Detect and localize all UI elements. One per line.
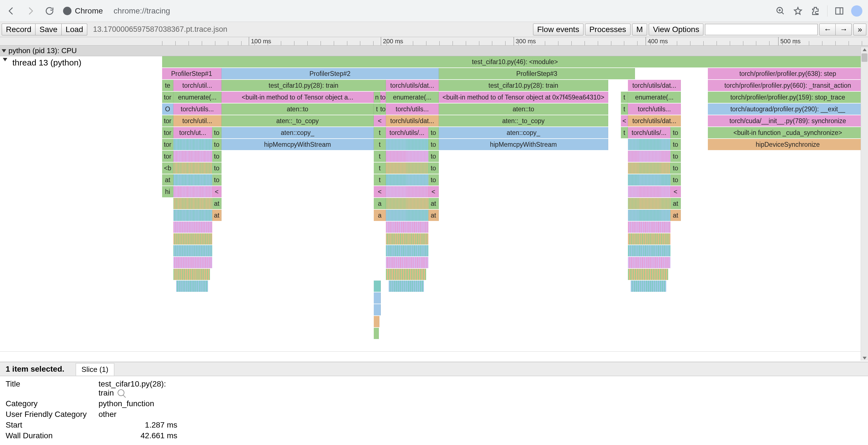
trace-slice[interactable]: hipMemcpyWithStream bbox=[439, 139, 608, 150]
trace-slice-dense[interactable] bbox=[174, 174, 212, 185]
trace-slice[interactable]: test_cifar10.py(46): <module> bbox=[162, 56, 868, 67]
trace-slice[interactable]: at bbox=[212, 210, 221, 221]
trace-slice[interactable]: < bbox=[621, 115, 628, 127]
trace-slice[interactable]: torch/utils... bbox=[628, 103, 681, 115]
trace-slice[interactable]: torch/autograd/profiler.py(290): __exit_… bbox=[708, 103, 868, 115]
trace-slice[interactable]: at bbox=[428, 210, 439, 221]
trace-slice-dense[interactable] bbox=[174, 245, 212, 256]
trace-slice[interactable]: to bbox=[671, 139, 681, 150]
url-display[interactable]: chrome://tracing bbox=[114, 6, 170, 15]
trace-slice[interactable]: < bbox=[212, 186, 221, 197]
trace-slice-dense[interactable] bbox=[628, 139, 670, 150]
trace-slice[interactable]: aten::to bbox=[439, 103, 608, 115]
collapse-arrow-icon[interactable] bbox=[2, 49, 6, 53]
trace-slice[interactable] bbox=[374, 280, 381, 292]
scroll-down-icon[interactable] bbox=[863, 357, 867, 360]
trace-slice[interactable]: <b bbox=[162, 163, 174, 174]
trace-slice-dense[interactable] bbox=[628, 198, 670, 209]
trace-slice[interactable]: torch/util... bbox=[174, 80, 221, 91]
trace-slice[interactable]: at bbox=[671, 198, 681, 209]
trace-slice[interactable]: hi bbox=[162, 186, 174, 197]
trace-slice-dense[interactable] bbox=[174, 233, 212, 245]
record-button[interactable]: Record bbox=[2, 24, 35, 35]
trace-slice[interactable]: ProfilerStep#2 bbox=[221, 68, 439, 79]
trace-slice[interactable]: at bbox=[162, 174, 174, 185]
trace-slice-dense[interactable] bbox=[628, 163, 670, 174]
trace-slice[interactable]: ProfilerStep#1 bbox=[162, 68, 221, 79]
slice-tab[interactable]: Slice (1) bbox=[76, 363, 114, 376]
trace-slice[interactable]: torch/utils/dat... bbox=[628, 80, 681, 91]
flow-events-button[interactable]: Flow events bbox=[533, 24, 584, 35]
trace-slice-dense[interactable] bbox=[174, 221, 212, 233]
trace-slice[interactable]: n bbox=[374, 92, 380, 103]
trace-slice[interactable]: torch/utils... bbox=[386, 103, 439, 115]
trace-slice[interactable]: t bbox=[374, 151, 386, 162]
trace-slice[interactable]: to bbox=[671, 127, 681, 138]
find-icon[interactable] bbox=[118, 389, 124, 396]
trace-slice-dense[interactable] bbox=[631, 280, 666, 292]
trace-slice-dense[interactable] bbox=[386, 151, 428, 162]
trace-slice[interactable]: torch/utils/dat... bbox=[386, 80, 439, 91]
trace-slice-dense[interactable] bbox=[628, 257, 670, 268]
trace-slice[interactable]: aten::to bbox=[221, 103, 374, 115]
flame-graph[interactable]: test_cifar10.py(46): <module>ProfilerSte… bbox=[162, 56, 868, 351]
trace-slice-dense[interactable] bbox=[174, 210, 212, 221]
trace-slice[interactable]: < bbox=[374, 186, 386, 197]
trace-slice[interactable] bbox=[374, 316, 379, 327]
trace-slice[interactable]: torch/utils/... bbox=[386, 127, 428, 138]
trace-slice[interactable]: aten::_to_copy bbox=[221, 115, 374, 127]
trace-slice[interactable]: to bbox=[212, 139, 221, 150]
extensions-icon[interactable] bbox=[810, 5, 821, 16]
next-button[interactable]: → bbox=[836, 24, 852, 35]
trace-slice[interactable]: t bbox=[374, 139, 386, 150]
trace-slice[interactable]: ProfilerStep#3 bbox=[439, 68, 635, 79]
trace-slice[interactable]: torch/utils/... bbox=[628, 127, 670, 138]
trace-slice[interactable]: <built-in function _cuda_synchronize> bbox=[708, 127, 868, 138]
trace-slice-dense[interactable] bbox=[386, 233, 428, 245]
star-icon[interactable] bbox=[792, 5, 804, 16]
trace-slice[interactable]: to bbox=[212, 127, 221, 138]
trace-slice[interactable]: to bbox=[671, 174, 681, 185]
collapse-arrow-icon[interactable] bbox=[3, 58, 7, 61]
trace-slice-dense[interactable] bbox=[386, 139, 428, 150]
trace-slice[interactable] bbox=[374, 304, 381, 315]
trace-slice-dense[interactable] bbox=[174, 139, 212, 150]
trace-slice-dense[interactable] bbox=[386, 269, 426, 280]
trace-slice[interactable]: <built-in method to of Tensor object at … bbox=[439, 92, 608, 103]
save-button[interactable]: Save bbox=[35, 24, 62, 35]
trace-slice[interactable]: < bbox=[374, 115, 386, 127]
trace-slice[interactable]: aten::copy_ bbox=[439, 127, 608, 138]
trace-slice[interactable]: t bbox=[374, 127, 386, 138]
trace-slice[interactable] bbox=[374, 328, 379, 339]
trace-slice-dense[interactable] bbox=[174, 151, 212, 162]
trace-slice[interactable]: < bbox=[428, 186, 439, 197]
trace-slice-dense[interactable] bbox=[386, 221, 428, 233]
trace-slice-dense[interactable] bbox=[628, 221, 670, 233]
trace-slice[interactable]: to bbox=[428, 127, 439, 138]
trace-slice[interactable]: te bbox=[162, 80, 174, 91]
profile-avatar-icon[interactable] bbox=[851, 5, 862, 16]
trace-slice-dense[interactable] bbox=[174, 257, 212, 268]
trace-slice[interactable]: torch/profiler/profiler.py(159): stop_tr… bbox=[708, 92, 868, 103]
trace-slice[interactable]: < bbox=[671, 186, 681, 197]
trace-slice[interactable]: to bbox=[380, 103, 386, 115]
trace-slice[interactable]: t bbox=[621, 92, 628, 103]
panel-icon[interactable] bbox=[834, 5, 845, 16]
trace-slice[interactable]: enumerate(... bbox=[174, 92, 221, 103]
trace-slice-dense[interactable] bbox=[386, 210, 428, 221]
trace-slice-dense[interactable] bbox=[386, 198, 428, 209]
trace-slice[interactable]: torch/utils... bbox=[174, 103, 221, 115]
trace-slice[interactable]: t bbox=[621, 103, 628, 115]
trace-slice[interactable]: to bbox=[428, 163, 439, 174]
vertical-scrollbar[interactable] bbox=[861, 47, 868, 361]
trace-slice[interactable]: to bbox=[428, 151, 439, 162]
trace-slice-dense[interactable] bbox=[386, 245, 428, 256]
search-input[interactable] bbox=[705, 24, 817, 35]
trace-slice[interactable]: tor bbox=[162, 92, 174, 103]
trace-slice[interactable]: torch/profiler/profiler.py(660): _transi… bbox=[708, 80, 868, 91]
trace-slice[interactable]: hipMemcpyWithStream bbox=[221, 139, 374, 150]
trace-slice[interactable]: tor bbox=[162, 115, 174, 127]
trace-slice[interactable]: t bbox=[374, 174, 386, 185]
trace-slice[interactable]: a bbox=[374, 198, 386, 209]
trace-slice[interactable]: test_cifar10.py(28): train bbox=[439, 80, 608, 91]
